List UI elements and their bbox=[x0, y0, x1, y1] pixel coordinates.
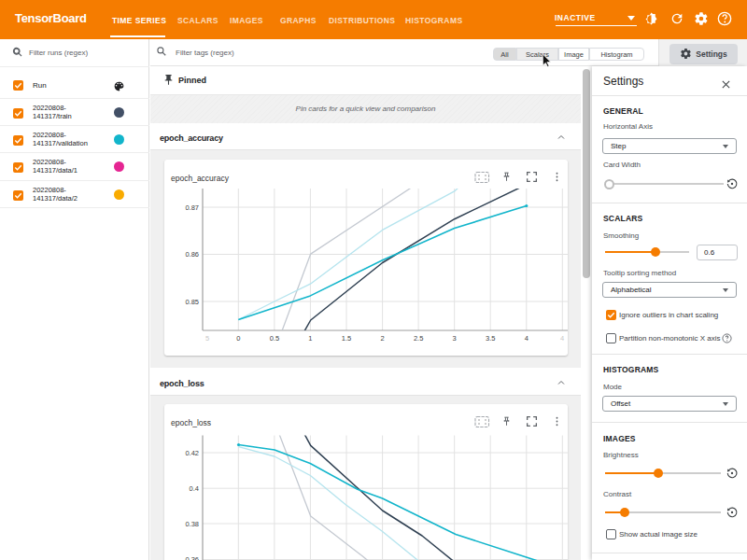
svg-text:0.36: 0.36 bbox=[185, 555, 199, 560]
svg-text:4: 4 bbox=[560, 334, 564, 343]
svg-text:2: 2 bbox=[381, 334, 385, 343]
svg-text:0.4: 0.4 bbox=[190, 484, 199, 493]
svg-text:1.5: 1.5 bbox=[342, 334, 351, 343]
svg-text:3.5: 3.5 bbox=[486, 334, 495, 343]
svg-text:0.42: 0.42 bbox=[185, 449, 199, 457]
svg-text:3: 3 bbox=[453, 334, 457, 343]
svg-text:0.5: 0.5 bbox=[270, 334, 279, 343]
svg-text:0.86: 0.86 bbox=[185, 250, 199, 259]
svg-text:0.38: 0.38 bbox=[185, 520, 199, 528]
svg-text:1: 1 bbox=[308, 334, 312, 343]
svg-text:5: 5 bbox=[205, 334, 209, 343]
svg-text:2.5: 2.5 bbox=[414, 334, 423, 343]
svg-text:4: 4 bbox=[525, 334, 529, 343]
svg-text:0.87: 0.87 bbox=[185, 203, 199, 212]
svg-text:0.85: 0.85 bbox=[185, 298, 199, 306]
svg-text:0: 0 bbox=[236, 334, 240, 343]
